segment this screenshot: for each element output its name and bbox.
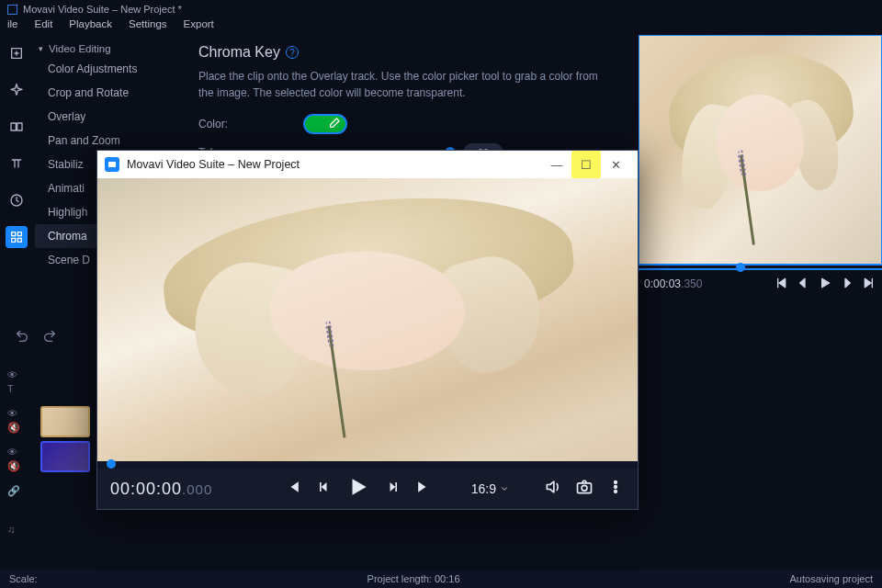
svg-rect-6 — [12, 238, 16, 242]
popup-controls: 00:00:00.000 16:9 — [97, 469, 638, 509]
preview-timecode: 0:00:03.350 — [644, 277, 702, 290]
volume-icon[interactable] — [544, 478, 562, 500]
color-picker-button[interactable] — [303, 114, 347, 134]
clip-thumbnail[interactable] — [40, 406, 90, 437]
popup-title-bar[interactable]: Movavi Video Suite – New Project — ☐ ✕ — [97, 151, 638, 178]
mute-icon[interactable]: 🔇 — [7, 460, 33, 472]
svg-rect-4 — [12, 232, 16, 236]
preview-pane: 0:00:03.350 — [639, 35, 882, 320]
svg-rect-2 — [17, 123, 22, 130]
filters-icon[interactable] — [6, 79, 28, 101]
menu-edit[interactable]: Edit — [35, 18, 53, 35]
svg-point-13 — [615, 486, 617, 489]
redo-icon[interactable] — [42, 331, 57, 348]
svg-rect-9 — [395, 482, 397, 492]
snapshot-icon[interactable] — [575, 478, 594, 500]
svg-rect-7 — [17, 238, 21, 242]
svg-rect-5 — [17, 232, 21, 236]
sidebar-item-overlay[interactable]: Overlay — [35, 105, 178, 129]
project-length-label: Project length: — [368, 573, 432, 584]
app-title: Movavi Video Suite – New Project * — [23, 4, 182, 15]
play-icon[interactable] — [346, 475, 370, 503]
menu-settings[interactable]: Settings — [129, 18, 167, 35]
step-fwd-icon[interactable] — [383, 478, 401, 500]
popup-scrubber[interactable] — [97, 461, 638, 469]
add-media-icon[interactable] — [6, 42, 28, 64]
visibility-icon[interactable]: 👁 — [7, 369, 33, 380]
next-clip-icon[interactable] — [414, 478, 433, 500]
menu-export[interactable]: Export — [184, 18, 214, 35]
popup-player-window: Movavi Video Suite – New Project — ☐ ✕ 0… — [96, 150, 639, 510]
preview-scrubber[interactable] — [639, 265, 882, 270]
sidebar-header[interactable]: Video Editing — [35, 40, 178, 57]
visibility-icon[interactable]: 👁 — [7, 408, 33, 419]
more-tools-icon[interactable] — [6, 226, 28, 248]
sidebar-item-crop-rotate[interactable]: Crop and Rotate — [35, 81, 178, 105]
autosave-status: Autosaving project — [790, 573, 874, 584]
menu-file[interactable]: ile — [7, 18, 18, 35]
clip-thumbnail[interactable] — [40, 441, 90, 472]
scale-label: Scale: — [9, 573, 38, 584]
step-back-icon[interactable] — [796, 276, 810, 293]
svg-point-11 — [582, 485, 587, 491]
transitions-icon[interactable] — [6, 116, 28, 138]
undo-icon[interactable] — [15, 331, 29, 348]
svg-point-12 — [615, 481, 617, 484]
text-track-icon[interactable]: T — [7, 383, 33, 394]
stickers-icon[interactable] — [6, 189, 28, 211]
status-bar: Scale: Project length: 00:16 Autosaving … — [0, 570, 882, 588]
project-length-value: 00:16 — [435, 573, 460, 584]
app-icon — [7, 5, 17, 15]
panel-title: Chroma Key ? — [198, 44, 616, 61]
play-icon[interactable] — [818, 276, 832, 293]
mute-icon[interactable]: 🔇 — [7, 422, 33, 434]
app-title-bar: Movavi Video Suite – New Project * — [0, 0, 882, 18]
popup-canvas[interactable] — [97, 178, 638, 461]
svg-rect-10 — [578, 483, 592, 493]
prev-clip-icon[interactable] — [284, 478, 302, 500]
popup-title: Movavi Video Suite – New Project — [127, 158, 300, 171]
prev-clip-icon[interactable] — [774, 276, 788, 293]
step-fwd-icon[interactable] — [840, 276, 854, 293]
svg-rect-1 — [11, 123, 16, 130]
color-label: Color: — [198, 118, 290, 130]
next-clip-icon[interactable] — [862, 276, 876, 293]
sidebar-item-color-adjustments[interactable]: Color Adjustments — [35, 57, 178, 81]
minimize-button[interactable]: — — [542, 151, 571, 178]
svg-point-14 — [615, 491, 617, 493]
titles-icon[interactable] — [6, 153, 28, 175]
popup-timecode: 00:00:00.000 — [110, 479, 212, 499]
panel-description: Place the clip onto the Overlay track. U… — [198, 68, 603, 101]
track-controls: 👁T 👁🔇 👁🔇 🔗 ♫ — [7, 369, 33, 557]
step-back-icon[interactable] — [315, 478, 334, 500]
audio-track-icon[interactable]: ♫ — [7, 524, 33, 535]
link-icon[interactable]: 🔗 — [7, 485, 33, 497]
more-icon[interactable] — [606, 478, 625, 500]
svg-rect-8 — [320, 482, 322, 492]
maximize-button[interactable]: ☐ — [571, 151, 601, 178]
popup-app-icon — [105, 157, 119, 172]
menu-bar: ile Edit Playback Settings Export — [0, 18, 882, 35]
help-icon[interactable]: ? — [286, 46, 299, 59]
visibility-icon[interactable]: 👁 — [7, 447, 33, 458]
aspect-ratio-button[interactable]: 16:9 — [471, 481, 509, 496]
tool-strip — [0, 35, 33, 320]
menu-playback[interactable]: Playback — [69, 18, 112, 35]
close-button[interactable]: ✕ — [601, 151, 630, 178]
preview-canvas[interactable] — [639, 35, 882, 265]
